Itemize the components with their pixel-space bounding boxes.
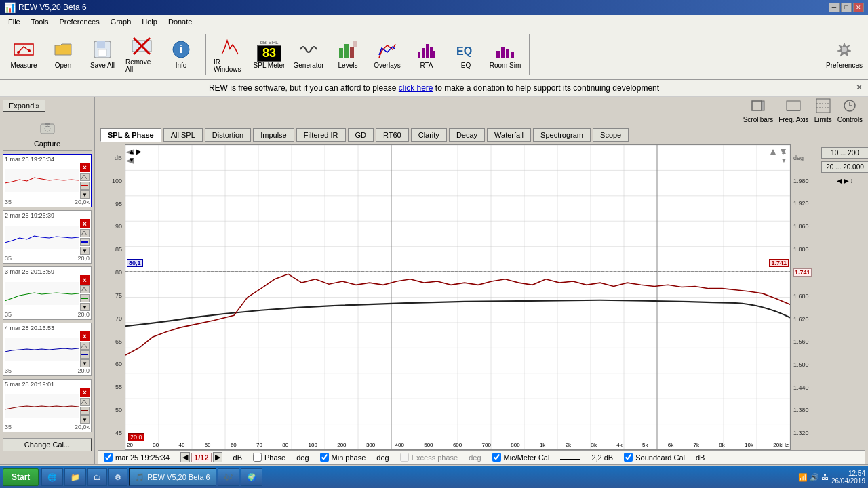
tab-rt60[interactable]: RT60: [376, 128, 409, 142]
taskbar-explorer[interactable]: 🗂: [87, 468, 107, 486]
scroll-down[interactable]: ▼: [781, 157, 787, 164]
zoom-in-button[interactable]: ◀: [837, 177, 842, 184]
meas-5-close[interactable]: ×: [80, 388, 90, 397]
legend-smoothing-arrow-right[interactable]: ▶: [213, 452, 222, 462]
maximize-button[interactable]: □: [841, 3, 852, 12]
save-all-label: Save All: [90, 62, 115, 69]
meas-1-color[interactable]: [80, 182, 90, 190]
preferences-toolbar-button[interactable]: Preferences: [826, 35, 863, 73]
taskbar-cue[interactable]: 🎶: [218, 468, 239, 486]
meas-2-close[interactable]: ×: [80, 219, 90, 228]
tab-spectrogram[interactable]: Spectrogram: [533, 128, 591, 142]
tab-impulse[interactable]: Impulse: [253, 128, 294, 142]
min-phase-checkbox[interactable]: [320, 453, 329, 462]
open-button[interactable]: Open: [45, 35, 81, 73]
tab-gd[interactable]: GD: [348, 128, 374, 142]
taskbar-globe[interactable]: 🌍: [241, 468, 262, 486]
main-graph[interactable]: 80,1 1.741 20304050607080100 20030040050…: [125, 144, 791, 450]
meas-1-close[interactable]: ×: [80, 163, 90, 172]
meas-5-color[interactable]: [80, 407, 90, 415]
tab-all-spl[interactable]: All SPL: [163, 128, 203, 142]
tab-waterfall[interactable]: Waterfall: [487, 128, 531, 142]
range-1-button[interactable]: 10 ... 200: [821, 147, 868, 159]
range-2-button[interactable]: 20 ... 20.000: [821, 161, 868, 173]
spl-meter-button[interactable]: dB SPL 83 SPL Meter: [251, 36, 288, 73]
menu-graph[interactable]: Graph: [105, 16, 137, 27]
remove-all-button[interactable]: Remove All: [123, 32, 160, 77]
capture-icon[interactable]: [39, 120, 56, 140]
save-all-button[interactable]: Save All: [84, 35, 121, 73]
zoom-out-button[interactable]: ▶: [844, 177, 849, 184]
scrollbars-button[interactable]: Scrollbars: [743, 98, 773, 123]
meas-4-solo[interactable]: [80, 342, 90, 350]
meas-2-more[interactable]: ▼: [80, 247, 90, 255]
meas-5-more[interactable]: ▼: [80, 415, 90, 424]
taskbar-rew[interactable]: 🎵 REW V5,20 Beta 6: [129, 468, 216, 486]
menu-donate[interactable]: Donate: [163, 16, 197, 27]
scroll-up[interactable]: ▲: [781, 148, 787, 155]
measurement-item-2[interactable]: 2 mar 25 19:26:39 × ▼: [3, 210, 92, 264]
controls-button[interactable]: Controls: [837, 98, 863, 123]
levels-button[interactable]: Levels: [330, 35, 366, 73]
rta-button[interactable]: RTA: [408, 35, 445, 73]
meas-1-solo[interactable]: [80, 173, 90, 181]
menu-file[interactable]: File: [3, 16, 26, 27]
info-button[interactable]: i Info: [163, 35, 199, 73]
measurement-item-5[interactable]: 5 mar 28 20:19:01 × ▼: [3, 379, 92, 432]
generator-button[interactable]: Generator: [290, 35, 327, 73]
start-button[interactable]: Start: [3, 468, 39, 486]
meas-3-color[interactable]: [80, 294, 90, 302]
arrow-up[interactable]: ▲: [128, 148, 135, 155]
measurement-item-1[interactable]: 1 mar 25 19:25:34 × ▼: [3, 154, 92, 207]
overlays-button[interactable]: Overlays: [369, 35, 406, 73]
meas-4-more[interactable]: ▼: [80, 359, 90, 367]
tab-distortion[interactable]: Distortion: [205, 128, 251, 142]
soundcard-cal-checkbox[interactable]: [624, 453, 633, 462]
meas-3-more[interactable]: ▼: [80, 303, 90, 311]
phase-checkbox[interactable]: [253, 453, 262, 462]
banner-close-button[interactable]: ✕: [856, 83, 863, 92]
tab-spl-phase[interactable]: SPL & Phase: [100, 128, 161, 142]
meas-2-color[interactable]: [80, 238, 90, 246]
db-marker-right: 1.741: [769, 259, 789, 267]
zoom-reset-button[interactable]: ↕: [850, 177, 854, 184]
meas-3-solo[interactable]: [80, 285, 90, 293]
limits-button[interactable]: Limits: [814, 98, 832, 123]
excess-phase-checkbox[interactable]: [400, 453, 409, 462]
tab-filtered-ir[interactable]: Filtered IR: [296, 128, 346, 142]
meas-4-color[interactable]: [80, 350, 90, 359]
meas-4-close[interactable]: ×: [80, 331, 90, 341]
ir-windows-button[interactable]: IR Windows: [212, 32, 248, 77]
room-sim-button[interactable]: Room Sim: [487, 35, 524, 73]
tab-scope[interactable]: Scope: [593, 128, 629, 142]
banner-link[interactable]: click here: [399, 83, 433, 93]
meas-2-solo[interactable]: [80, 229, 90, 237]
legend-smoothing-arrow-left[interactable]: ◀: [180, 452, 190, 462]
eq-button[interactable]: EQ EQ: [448, 35, 484, 73]
menu-preferences[interactable]: Preferences: [54, 16, 104, 27]
remove-all-icon: [131, 35, 153, 57]
taskbar-files[interactable]: 📁: [64, 468, 86, 486]
menu-tools[interactable]: Tools: [26, 16, 54, 27]
expand-button[interactable]: Expand »: [3, 100, 45, 112]
menu-help[interactable]: Help: [136, 16, 163, 27]
measurement-item-3[interactable]: 3 mar 25 20:13:59 × ▼: [3, 266, 92, 320]
minimize-button[interactable]: ─: [829, 3, 840, 12]
arrow-down[interactable]: ▼: [128, 156, 142, 163]
tab-decay[interactable]: Decay: [449, 128, 485, 142]
taskbar-app[interactable]: ⚙: [108, 468, 127, 486]
close-button[interactable]: ✕: [853, 3, 864, 12]
legend-checkbox-meas[interactable]: [104, 453, 113, 462]
measure-button[interactable]: Measure: [5, 35, 42, 73]
mic-cal-checkbox[interactable]: [492, 453, 501, 462]
measurement-item-4[interactable]: 4 mar 28 20:16:53 × ▼: [3, 323, 92, 376]
arrow-right[interactable]: ▶: [136, 148, 142, 155]
freq-axis-button[interactable]: Freq. Axis: [778, 98, 808, 123]
taskbar-ie[interactable]: 🌐: [41, 468, 63, 486]
tab-clarity[interactable]: Clarity: [411, 128, 447, 142]
meas-5-solo[interactable]: [80, 398, 90, 406]
meas-1-more[interactable]: ▼: [80, 190, 90, 199]
info-banner: REW is free software, but if you can aff…: [0, 80, 868, 97]
meas-3-close[interactable]: ×: [80, 275, 90, 285]
change-cal-button[interactable]: Change Cal...: [3, 438, 92, 451]
